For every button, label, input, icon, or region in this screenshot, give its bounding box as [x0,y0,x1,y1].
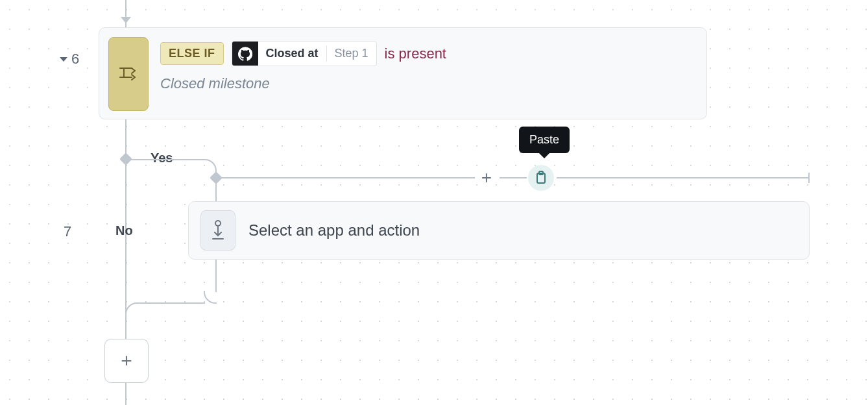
condition-step-card[interactable]: ELSE IF Closed at Step 1 is present Clos… [99,27,707,119]
connector-end-tick [808,173,810,183]
datapill-field: Closed at [258,42,326,66]
workflow-canvas[interactable]: 6 7 ELSE IF Close [0,0,868,405]
github-icon [232,42,258,66]
condition-body: ELSE IF Closed at Step 1 is present Clos… [160,37,697,92]
datapill-step: Step 1 [327,42,376,66]
step-6-label: 6 [71,51,79,68]
connector-line [130,159,204,160]
connector-corner [204,291,217,304]
caret-down-icon [60,57,67,62]
plus-icon: + [481,167,492,188]
connector-line [215,182,217,202]
svg-point-0 [215,221,221,226]
paste-button[interactable] [528,165,554,191]
paste-tooltip: Paste [519,127,570,153]
connector-corner [204,159,217,172]
connector-line [221,177,475,178]
step-number-6[interactable]: 6 [60,51,79,68]
branch-icon [108,37,149,111]
action-step-card[interactable]: Select an app and action [188,201,810,260]
action-step-title: Select an app and action [248,221,420,239]
condition-description: Closed milestone [160,75,697,92]
step-number-7: 7 [64,223,71,240]
connector-line [557,177,808,178]
arrowhead-icon [121,17,131,23]
paste-icon [535,171,548,185]
condition-operator: is present [385,45,446,62]
elseif-tag: ELSE IF [160,42,224,65]
branch-no-label: No [115,223,133,238]
connector-line [125,383,127,405]
connector-line [500,177,527,178]
add-step-node[interactable]: + [104,339,149,383]
action-placeholder-icon [200,210,235,251]
plus-icon: + [121,350,132,372]
datapill[interactable]: Closed at Step 1 [232,41,377,66]
connector-line [138,302,205,304]
branch-yes-label: Yes [151,151,173,166]
connector-corner [125,302,138,315]
add-step-button[interactable]: + [474,165,500,191]
condition-row: ELSE IF Closed at Step 1 is present [160,41,697,66]
connector-line [215,260,217,292]
